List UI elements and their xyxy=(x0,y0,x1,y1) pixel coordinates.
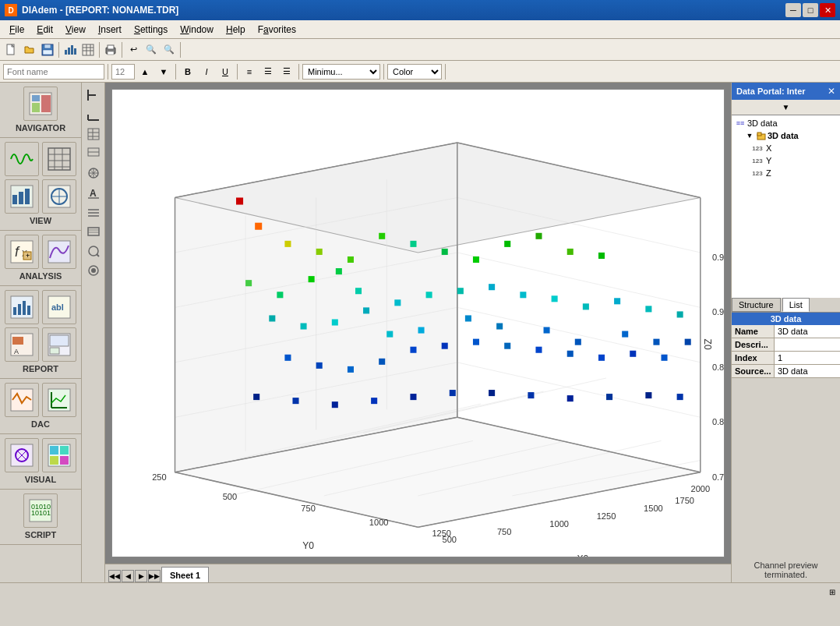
vert-select-tool[interactable] xyxy=(84,242,103,260)
dp-tree-3ddata-root[interactable]: ≡≡ 3D data xyxy=(733,117,838,129)
menu-settings[interactable]: Settings xyxy=(128,23,174,37)
vert-grid-tool[interactable] xyxy=(84,144,103,163)
minimize-button[interactable]: ─ xyxy=(785,3,801,17)
svg-text:0.75: 0.75 xyxy=(712,472,724,482)
svg-rect-183 xyxy=(442,343,448,349)
menu-insert[interactable]: Insert xyxy=(92,23,128,37)
menu-window[interactable]: Window xyxy=(174,23,220,37)
svg-rect-190 xyxy=(661,355,667,361)
svg-text:A: A xyxy=(14,348,19,355)
view-extra1-button[interactable] xyxy=(5,179,39,214)
dac-button2[interactable] xyxy=(42,383,76,417)
vert-move-tool[interactable] xyxy=(84,203,103,221)
svg-rect-5 xyxy=(43,50,52,55)
dp-tree-y[interactable]: 123 Y xyxy=(733,154,838,167)
svg-rect-158 xyxy=(442,249,448,255)
sheet-nav-last[interactable]: ▶▶ xyxy=(148,570,161,582)
svg-rect-216 xyxy=(757,133,761,136)
dp-tree-z[interactable]: 123 Z xyxy=(733,167,838,179)
vert-text-tool[interactable]: A xyxy=(84,183,103,202)
align-right-button[interactable]: ☰ xyxy=(278,63,295,80)
navigator-button[interactable] xyxy=(23,87,58,121)
svg-rect-199 xyxy=(567,395,574,401)
svg-text:1500: 1500 xyxy=(644,504,663,513)
sheet-nav-first[interactable]: ◀◀ xyxy=(108,570,121,582)
vert-script-tool[interactable] xyxy=(84,261,103,280)
minimum-dropdown[interactable]: Minimu... xyxy=(302,64,380,80)
analysis-formula-button[interactable]: f x + xyxy=(5,235,39,269)
close-button[interactable]: ✕ xyxy=(820,3,835,17)
svg-text:2000: 2000 xyxy=(690,484,710,493)
color-dropdown[interactable]: Color xyxy=(387,64,442,80)
visual-button2[interactable] xyxy=(42,438,76,472)
save-button[interactable] xyxy=(39,41,56,58)
zoom-in-button[interactable]: 🔍 xyxy=(143,41,160,58)
svg-text:750: 750 xyxy=(497,527,511,536)
view-extra2-button[interactable] xyxy=(42,179,76,214)
chart-button[interactable] xyxy=(62,41,79,58)
sheet-tab-1[interactable]: Sheet 1 xyxy=(161,567,209,582)
vert-corner-tool[interactable] xyxy=(84,105,103,124)
view-table-button[interactable] xyxy=(42,142,76,176)
dp-tab-list[interactable]: List xyxy=(782,298,810,312)
report-extra2-button[interactable] xyxy=(42,327,76,362)
svg-rect-178 xyxy=(284,355,291,361)
vert-table-tool[interactable] xyxy=(84,125,103,143)
svg-rect-201 xyxy=(645,392,651,398)
report-extra1-button[interactable]: A xyxy=(5,327,39,362)
dac-button1[interactable] xyxy=(5,383,39,417)
svg-rect-169 xyxy=(426,292,432,298)
svg-rect-55 xyxy=(11,389,33,411)
data-portal-dropdown[interactable]: ▼ xyxy=(782,103,790,111)
main-layout: NAVIGATOR xyxy=(0,83,840,582)
print-button[interactable] xyxy=(102,41,119,58)
font-input[interactable] xyxy=(3,64,104,80)
menu-file[interactable]: File xyxy=(3,23,30,37)
open-button[interactable] xyxy=(21,41,38,58)
bold-button[interactable]: B xyxy=(179,63,196,80)
svg-rect-176 xyxy=(645,306,651,312)
font-size-input[interactable] xyxy=(111,64,135,80)
size-up-button[interactable]: ▲ xyxy=(136,63,154,80)
menu-favorites[interactable]: Favorites xyxy=(252,23,302,37)
underline-button[interactable]: U xyxy=(217,63,234,80)
svg-rect-46 xyxy=(27,306,30,315)
report-chart-button[interactable] xyxy=(5,290,39,324)
undo-button[interactable]: ↩ xyxy=(125,41,142,58)
zoom-out-button[interactable]: 🔍 xyxy=(161,41,178,58)
sheet-nav-next[interactable]: ▶ xyxy=(135,570,147,582)
dp-tree-x[interactable]: 123 X xyxy=(733,142,838,154)
visual-button1[interactable] xyxy=(5,438,39,472)
menu-help[interactable]: Help xyxy=(220,23,252,37)
menu-view[interactable]: View xyxy=(59,23,92,37)
svg-rect-175 xyxy=(614,298,620,304)
status-bar: ⊞ xyxy=(0,582,840,601)
toolbar2-sep-5 xyxy=(383,64,384,80)
content-area: 0.75 0.8 0.85 0.9 0.95 Z0 500 750 1000 1… xyxy=(105,83,731,582)
menu-edit[interactable]: Edit xyxy=(30,23,59,37)
svg-rect-194 xyxy=(371,398,377,404)
vert-resize-tool[interactable] xyxy=(84,222,103,241)
svg-rect-211 xyxy=(575,339,581,345)
dp-tab-structure[interactable]: Structure xyxy=(732,298,781,312)
dp-prop-index: Index 1 xyxy=(732,352,840,365)
script-button[interactable]: 01010 10101 xyxy=(23,493,58,528)
align-center-button[interactable]: ☰ xyxy=(259,63,277,80)
italic-button[interactable]: I xyxy=(198,63,215,80)
vert-wheel-tool[interactable] xyxy=(84,164,103,182)
sheet-nav-prev[interactable]: ◀ xyxy=(122,570,134,582)
size-down-button[interactable]: ▼ xyxy=(155,63,172,80)
new-button[interactable] xyxy=(3,41,20,58)
analysis-extra-button[interactable] xyxy=(42,235,76,269)
table-button[interactable] xyxy=(79,41,97,58)
dp-tree-3ddata-group[interactable]: ▼ 3D data xyxy=(733,129,838,142)
chart-svg: 0.75 0.8 0.85 0.9 0.95 Z0 500 750 1000 1… xyxy=(112,90,724,557)
vert-line-tool[interactable] xyxy=(84,86,103,104)
data-portal-close[interactable]: ✕ xyxy=(828,86,835,97)
svg-rect-170 xyxy=(457,288,464,294)
report-table-button[interactable]: abl xyxy=(42,290,76,324)
view-waveform-button[interactable] xyxy=(5,142,39,176)
maximize-button[interactable]: □ xyxy=(803,3,818,17)
left-sidebar: NAVIGATOR xyxy=(0,83,82,582)
align-left-button[interactable]: ≡ xyxy=(241,63,258,80)
